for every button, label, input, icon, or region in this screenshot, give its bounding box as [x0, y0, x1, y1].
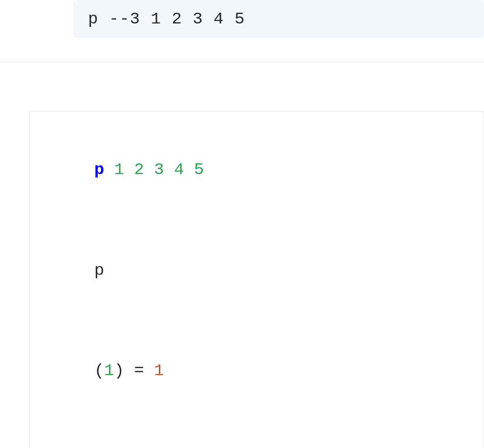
command-text: p --3 1 2 3 4 5 — [88, 10, 245, 28]
call-arg-3: 4 — [174, 160, 184, 179]
rparen: ) — [114, 361, 124, 380]
result-arg-0: 1 — [104, 361, 114, 380]
output-box: p 1 2 3 4 5 p (1) = 1 (2) = 8 (3) = 27 (… — [29, 111, 484, 448]
equals: = — [124, 361, 154, 380]
call-arg-0: 1 — [114, 160, 124, 179]
call-arg-4: 5 — [194, 160, 204, 179]
call-arg-2: 3 — [154, 160, 164, 179]
result-line-1: (2) = 8 — [54, 431, 459, 448]
command-block: p --3 1 2 3 4 5 — [73, 0, 484, 38]
result-value-0: 1 — [154, 361, 164, 380]
call-line: p 1 2 3 4 5 — [54, 130, 459, 210]
echo-line: p — [54, 230, 459, 310]
call-space — [104, 160, 114, 179]
result-line-0: (1) = 1 — [54, 331, 459, 410]
call-arg-1: 2 — [134, 160, 144, 179]
section-divider — [0, 62, 484, 62]
call-func: p — [94, 160, 104, 179]
echo-text: p — [94, 261, 104, 280]
lparen: ( — [94, 361, 104, 380]
